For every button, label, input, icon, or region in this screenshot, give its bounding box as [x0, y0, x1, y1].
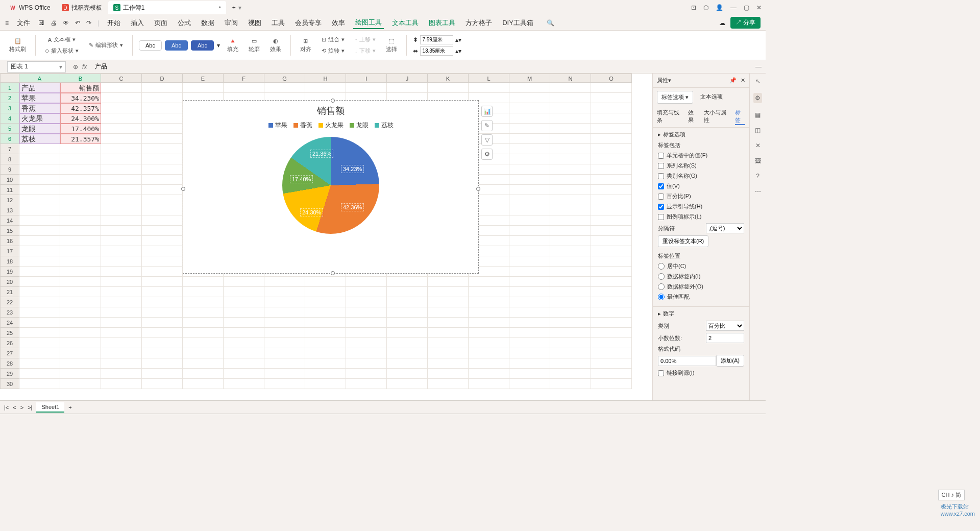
cell[interactable] — [387, 287, 428, 297]
cell[interactable] — [60, 348, 101, 358]
cell[interactable] — [101, 256, 142, 267]
cell[interactable] — [346, 369, 387, 379]
cell[interactable] — [387, 328, 428, 338]
cell[interactable] — [142, 226, 183, 236]
cell[interactable] — [550, 246, 591, 256]
cell[interactable] — [428, 379, 469, 389]
cell[interactable] — [19, 358, 60, 369]
cell[interactable] — [101, 154, 142, 164]
cell[interactable] — [509, 124, 550, 134]
cell[interactable] — [60, 164, 101, 175]
cell[interactable] — [101, 348, 142, 358]
tab-add[interactable]: + ▾ — [227, 1, 247, 14]
cell[interactable] — [550, 134, 591, 144]
chk-percentage[interactable]: 百分比(P) — [658, 192, 744, 200]
cell[interactable] — [428, 358, 469, 369]
chart-settings-icon[interactable]: ⚙ — [481, 149, 493, 160]
cell[interactable] — [224, 369, 264, 379]
cell[interactable] — [509, 154, 550, 164]
cell[interactable] — [591, 103, 632, 113]
cell[interactable] — [142, 369, 183, 379]
cell[interactable] — [183, 348, 224, 358]
cell[interactable] — [591, 215, 632, 226]
ribbon-group[interactable]: ⊡组合▾ — [318, 35, 348, 45]
cell[interactable] — [591, 297, 632, 307]
cell[interactable] — [19, 307, 60, 318]
cell[interactable]: 苹果 — [19, 93, 60, 103]
cell[interactable] — [183, 328, 224, 338]
image-icon[interactable]: 🖼 — [755, 157, 761, 164]
add-sheet-icon[interactable]: + — [68, 404, 71, 411]
ribbon-move-up[interactable]: ↑上移▾ — [352, 35, 379, 45]
cell[interactable] — [469, 348, 509, 358]
cell[interactable] — [550, 154, 591, 164]
pos-center[interactable]: 居中(C) — [658, 262, 744, 270]
cell[interactable] — [591, 195, 632, 205]
cell[interactable] — [264, 328, 305, 338]
cell[interactable] — [224, 83, 264, 93]
cell[interactable] — [591, 328, 632, 338]
pie-data-label[interactable]: 42.36% — [341, 203, 364, 211]
cell[interactable] — [101, 358, 142, 369]
menu-view[interactable]: 视图 — [246, 17, 263, 29]
reset-label-text-button[interactable]: 重设标签文本(R) — [658, 235, 708, 247]
cell[interactable] — [550, 236, 591, 246]
cell[interactable] — [264, 307, 305, 318]
cell[interactable] — [101, 93, 142, 103]
cell[interactable] — [509, 164, 550, 175]
cell[interactable]: 34.230% — [60, 93, 101, 103]
menu-drawing-tools[interactable]: 绘图工具 — [353, 17, 384, 29]
cell[interactable] — [591, 83, 632, 93]
cell[interactable] — [19, 154, 60, 164]
tab-wps-office[interactable]: W WPS Office — [4, 1, 56, 14]
chk-series-name[interactable]: 系列名称(S) — [658, 162, 744, 170]
subtab-label[interactable]: 标签 — [735, 109, 745, 125]
cell[interactable] — [101, 103, 142, 113]
cell[interactable]: 24.300% — [60, 113, 101, 124]
cell[interactable] — [469, 307, 509, 318]
cell[interactable] — [550, 195, 591, 205]
cell[interactable] — [142, 277, 183, 287]
cell[interactable] — [142, 338, 183, 348]
cell[interactable] — [428, 369, 469, 379]
cell[interactable] — [19, 256, 60, 267]
cell[interactable] — [19, 185, 60, 195]
cell[interactable] — [509, 175, 550, 185]
cell[interactable] — [101, 277, 142, 287]
chart-filter-icon[interactable]: ▽ — [481, 134, 493, 146]
cell[interactable] — [142, 144, 183, 154]
cell[interactable] — [469, 369, 509, 379]
cell[interactable] — [591, 277, 632, 287]
cell[interactable] — [60, 236, 101, 246]
cell[interactable] — [591, 256, 632, 267]
cell[interactable] — [224, 318, 264, 328]
cell[interactable] — [469, 338, 509, 348]
cell[interactable] — [387, 379, 428, 389]
cell[interactable] — [264, 297, 305, 307]
cell[interactable] — [550, 93, 591, 103]
cell[interactable] — [183, 277, 224, 287]
cell[interactable] — [387, 318, 428, 328]
cell[interactable] — [142, 124, 183, 134]
width-input[interactable] — [420, 35, 453, 44]
undo-icon[interactable]: ↶ — [75, 19, 80, 27]
cell[interactable] — [183, 318, 224, 328]
cell[interactable] — [142, 318, 183, 328]
cell[interactable] — [509, 103, 550, 113]
minimize-icon[interactable]: — — [730, 4, 737, 11]
cell[interactable] — [101, 185, 142, 195]
cell[interactable] — [509, 246, 550, 256]
cell[interactable] — [550, 348, 591, 358]
cell[interactable] — [224, 348, 264, 358]
cell[interactable] — [142, 164, 183, 175]
first-sheet-icon[interactable]: |< — [4, 404, 9, 411]
category-select[interactable]: 百分比 — [706, 321, 744, 331]
close-icon[interactable]: • — [218, 4, 220, 11]
cell[interactable] — [264, 83, 305, 93]
cell[interactable] — [428, 328, 469, 338]
pie-data-label[interactable]: 34.23% — [341, 165, 364, 173]
chk-leader-lines[interactable]: 显示引导线(H) — [658, 203, 744, 210]
cell[interactable] — [346, 287, 387, 297]
cell[interactable] — [591, 226, 632, 236]
cloud-icon[interactable]: ☁ — [719, 19, 725, 27]
